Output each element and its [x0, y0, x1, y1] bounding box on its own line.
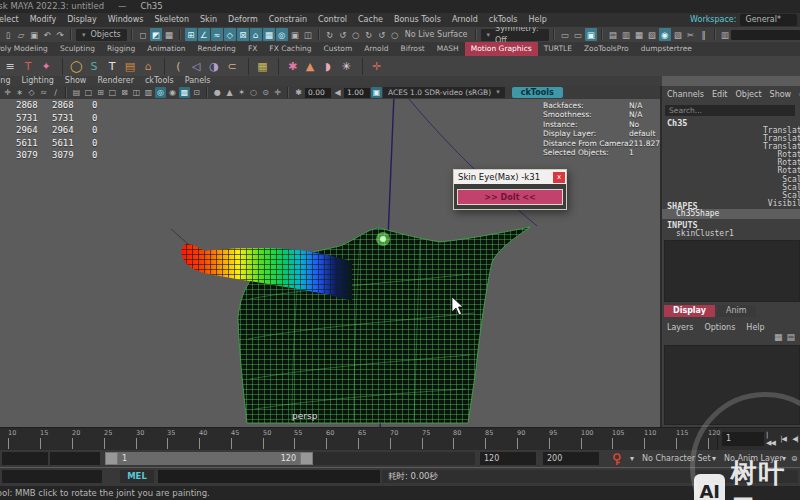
input-node-row[interactable]: skinCluster1 — [676, 229, 734, 238]
shelf-tool-icon[interactable]: ✱ — [278, 58, 300, 75]
selection-mode-icon[interactable]: ◻ — [137, 28, 149, 41]
layer-editor-tab[interactable]: Anim — [717, 305, 756, 317]
workspace-value[interactable]: General* — [740, 14, 797, 26]
gamma-icon[interactable]: ◀ — [332, 87, 343, 98]
menu-item[interactable]: Deform — [226, 13, 260, 27]
editor-toggle-icon[interactable]: ▭ — [572, 28, 584, 41]
display-toggle-icon[interactable]: ✶ — [236, 87, 247, 98]
shelf-tab[interactable]: Animation — [141, 42, 191, 56]
viewport-tool-icon[interactable]: ✛ — [2, 87, 13, 98]
display-toggle-icon[interactable]: ✛ — [272, 87, 283, 98]
shelf-tool-icon[interactable]: T — [104, 58, 120, 75]
display-toggle-icon[interactable]: ○ — [248, 87, 259, 98]
shelf-tab[interactable]: MASH — [431, 42, 465, 56]
new-layer-icon[interactable]: ▦ — [774, 332, 783, 342]
range-slider-active[interactable]: 1 120 — [105, 452, 313, 465]
dialog-title-bar[interactable]: Skin Eye(Max) -k31 x — [454, 170, 566, 184]
shape-node-row[interactable]: Ch35Shape — [662, 209, 800, 219]
menu-item[interactable]: Display — [65, 13, 99, 27]
shelf-tab[interactable]: FX — [242, 42, 263, 56]
sidebar-toggle-icon[interactable]: ▥ — [720, 28, 730, 41]
shelf-tool-icon[interactable]: T — [20, 58, 36, 75]
channel-row[interactable]: Scale X — [660, 176, 800, 184]
quick-field[interactable] — [731, 30, 800, 40]
shelf-tab[interactable]: FX Caching — [263, 42, 317, 56]
viewport-tool-icon[interactable]: ∗ — [14, 87, 25, 98]
snap-icon[interactable]: ▦ — [263, 28, 275, 41]
shelf-tool-icon[interactable]: ◗ — [320, 58, 336, 75]
shelf-tab[interactable]: dumpstertree — [635, 42, 698, 56]
render-icon[interactable]: ‖ — [698, 28, 710, 41]
panel-menu-item[interactable]: Shading — [0, 76, 10, 86]
playback-button[interactable]: |◀ — [778, 432, 788, 445]
shading-toggle-icon[interactable]: ▩ — [179, 87, 190, 98]
render-icon[interactable]: ✂ — [685, 28, 697, 41]
shading-toggle-icon[interactable]: □ — [107, 87, 118, 98]
selection-mode-icon[interactable]: ◩ — [150, 28, 162, 41]
current-frame-field[interactable]: 1 — [722, 432, 764, 446]
shading-toggle-icon[interactable]: □ — [83, 87, 94, 98]
caddy-field[interactable] — [2, 470, 102, 483]
chevron-down-icon[interactable]: ▾ — [630, 452, 634, 465]
close-icon[interactable]: x — [553, 172, 565, 183]
workspace-selector[interactable]: Workspace: General* — [690, 14, 797, 26]
layer-editor-menu-item[interactable]: Help — [746, 323, 764, 332]
render-icon[interactable]: ▨ — [672, 28, 684, 41]
snap-icon[interactable]: ◇ — [224, 28, 236, 41]
scene-tab[interactable]: Ch35 — [141, 0, 163, 13]
selection-mode-icon[interactable]: ▦ — [163, 28, 175, 41]
shading-toggle-icon[interactable]: ◎ — [155, 87, 166, 98]
render-icon[interactable]: ▥ — [620, 28, 632, 41]
snap-icon[interactable]: ⊠ — [237, 28, 249, 41]
channel-box-menu-item[interactable]: Show — [770, 90, 792, 103]
render-icon[interactable]: ◉ — [659, 28, 671, 41]
snap-icon[interactable]: ≈ — [211, 28, 223, 41]
editor-toggle-icon[interactable]: ▣ — [585, 28, 597, 41]
menu-item[interactable]: Modify — [28, 13, 59, 27]
editor-toggle-icon[interactable]: ▭ — [559, 28, 571, 41]
shelf-tool-icon[interactable]: ◯ — [62, 58, 84, 75]
gamma-field[interactable]: 1.00 — [344, 88, 370, 98]
display-toggle-icon[interactable]: ▲ — [224, 87, 235, 98]
menu-item[interactable]: Constrain — [267, 13, 309, 27]
snap-icon[interactable]: ◎ — [276, 28, 288, 41]
render-icon[interactable]: ▦ — [633, 28, 645, 41]
render-icon[interactable]: ▧ — [646, 28, 658, 41]
channel-row[interactable]: Rotate Z — [660, 167, 800, 175]
display-toggle-icon[interactable]: ● — [212, 87, 223, 98]
new-layer-icon[interactable]: ▤ — [786, 332, 795, 342]
cktools-button[interactable]: ckTools — [512, 87, 563, 98]
shelf-tool-icon[interactable]: ▦ — [248, 58, 270, 75]
channel-box-menu-item[interactable]: Channels — [667, 90, 704, 103]
history-icon[interactable]: ○ — [389, 28, 401, 41]
shelf-tab[interactable]: Arnold — [358, 42, 394, 56]
range-handle-right[interactable] — [300, 452, 313, 465]
panel-menu-item[interactable]: Renderer — [97, 76, 134, 86]
shelf-tool-icon[interactable]: ▤ — [122, 58, 138, 75]
channel-search-input[interactable]: Search... — [665, 105, 795, 116]
menu-item[interactable]: Windows — [106, 13, 146, 27]
menu-item[interactable]: Skeleton — [152, 13, 191, 27]
shelf-tab[interactable]: Bifrost — [395, 42, 431, 56]
range-handle-left[interactable] — [105, 452, 118, 465]
menu-item[interactable]: Arnold — [450, 13, 480, 27]
anim-layer-dropdown[interactable]: No Anim Layer — [724, 452, 783, 465]
file-op-icon[interactable]: ↷ — [54, 28, 66, 41]
character-set-dropdown[interactable]: No Character Set — [642, 452, 711, 465]
snap-icon[interactable]: ⊞ — [185, 28, 197, 41]
anim-start-field[interactable] — [2, 452, 48, 465]
channel-row[interactable]: Scale Y — [660, 184, 800, 192]
display-toggle-icon[interactable]: ⊙ — [260, 87, 271, 98]
history-icon[interactable]: ○ — [350, 28, 362, 41]
menu-item[interactable]: Skin — [198, 13, 219, 27]
history-icon[interactable]: ↻ — [363, 28, 375, 41]
shelf-tab[interactable]: Rendering — [192, 42, 242, 56]
render-icon[interactable]: ▤ — [607, 28, 619, 41]
menu-item[interactable]: Select — [0, 13, 21, 27]
viewport-tool-icon[interactable]: ≈ — [38, 87, 49, 98]
auto-key-icon[interactable] — [612, 453, 622, 465]
shelf-tab[interactable]: Rigging — [101, 42, 141, 56]
file-op-icon[interactable]: ↶ — [41, 28, 53, 41]
camera-label[interactable]: persp — [292, 411, 317, 421]
shelf-tool-icon[interactable]: ◁ — [188, 58, 204, 75]
